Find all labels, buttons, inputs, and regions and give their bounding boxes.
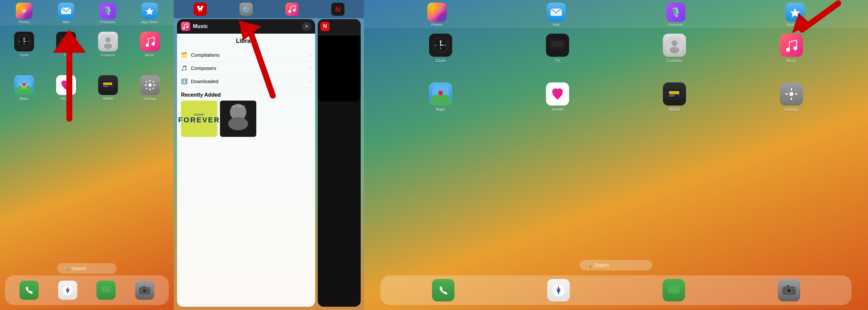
svg-point-104 (793, 288, 795, 289)
dock-safari[interactable] (58, 281, 77, 300)
dock-camera[interactable] (135, 281, 154, 300)
right-app-clock-label: Clock (436, 58, 445, 63)
album-forever[interactable]: SUZUKI FOREVER (181, 101, 217, 137)
app-music[interactable]: Music (130, 32, 170, 57)
right-app-clock[interactable]: 12693 Clock (384, 34, 497, 63)
album-forever-title: FOREVER (178, 116, 220, 124)
library-item-compilations[interactable]: 🗂️ Compilations › (181, 48, 311, 62)
album-sia[interactable]: SIA · THIS IS (220, 101, 256, 137)
svg-rect-27 (111, 85, 113, 88)
right-app-settings[interactable]: Settings (735, 82, 848, 112)
app-settings[interactable]: Settings (130, 75, 170, 101)
right-top-appstore-label: App Store (787, 23, 803, 27)
app-tv[interactable]: 📺 TV (46, 32, 86, 57)
svg-point-72 (440, 44, 441, 46)
right-app-health[interactable]: Health (501, 82, 614, 112)
center-top-music[interactable] (285, 3, 299, 16)
right-dock-safari[interactable] (547, 279, 570, 302)
right-app-tv-label: TV (555, 58, 560, 63)
app-switcher-area: Music ✕ Library 🗂️ Compilations › 🎵 Comp… (177, 19, 361, 307)
app-maps[interactable]: Maps (4, 75, 44, 101)
app-clock[interactable]: 12693 Clock (4, 32, 44, 57)
search-bar-right[interactable]: 🔍 Search (580, 260, 652, 270)
svg-rect-26 (103, 86, 108, 87)
right-top-mail-label: Mail (553, 23, 559, 27)
svg-rect-63 (431, 6, 443, 18)
app-music-label: Music (145, 53, 155, 57)
right-app-maps[interactable]: Maps (384, 82, 497, 112)
right-top-app-appstore[interactable]: App Store (785, 3, 805, 27)
top-app-mail[interactable]: Mail (58, 3, 74, 24)
search-bar-left[interactable]: 🔍 Search (57, 263, 117, 274)
dock-right (380, 275, 851, 305)
library-item-composers[interactable]: 🎵 Composers › (181, 62, 311, 75)
app-wallet[interactable]: Wallet (88, 75, 128, 101)
music-card-title-area: Music (181, 22, 208, 31)
dock-messages[interactable] (96, 281, 116, 300)
svg-point-16 (105, 37, 111, 42)
right-top-photos-label: Photos (431, 23, 442, 27)
top-app-appstore[interactable]: App Store (142, 3, 158, 24)
svg-rect-29 (149, 80, 151, 82)
svg-rect-25 (103, 82, 112, 85)
svg-text:📺: 📺 (64, 39, 68, 43)
app-tv-label: TV (63, 53, 68, 57)
music-app-card[interactable]: Music ✕ Library 🗂️ Compilations › 🎵 Comp… (177, 19, 315, 307)
right-top-app-photos[interactable]: Photos (427, 3, 446, 27)
svg-rect-36 (152, 88, 154, 90)
svg-rect-103 (787, 285, 790, 287)
app-settings-label: Settings (143, 97, 157, 101)
svg-text:3: 3 (445, 44, 446, 46)
music-card-close[interactable]: ✕ (302, 22, 311, 31)
album-grid: SUZUKI FOREVER SIA · THIS IS (181, 101, 311, 137)
right-app-music[interactable]: Music (735, 34, 848, 63)
center-top-settings[interactable]: ⚙️ (240, 3, 253, 16)
right-app-contacts-label: Contacts (666, 58, 682, 63)
svg-point-22 (23, 83, 26, 86)
svg-rect-85 (669, 91, 679, 94)
music-card-header: Music ✕ (177, 19, 315, 34)
right-top-app-podcasts[interactable]: 🎙️ Podcasts (666, 3, 685, 27)
svg-point-18 (146, 43, 149, 47)
right-dock-phone[interactable] (432, 279, 455, 302)
app-contacts[interactable]: Contacts (88, 32, 128, 57)
svg-point-79 (793, 46, 797, 50)
right-dock-messages[interactable] (662, 279, 685, 302)
svg-point-102 (788, 290, 790, 291)
svg-rect-87 (678, 94, 680, 97)
dark-card: N (318, 19, 361, 307)
top-app-appstore-label: App Store (142, 20, 158, 24)
top-app-strip-right: Photos Mail 🎙️ Podcasts App Store (364, 0, 868, 28)
svg-point-28 (148, 83, 152, 87)
netflix-mini-icon: N (320, 22, 330, 31)
right-app-contacts[interactable]: Contacts (618, 34, 731, 63)
svg-point-17 (104, 43, 112, 49)
right-app-tv[interactable]: TV (501, 34, 614, 63)
svg-point-46 (144, 290, 145, 291)
svg-rect-89 (791, 88, 792, 90)
app-clock-label: Clock (20, 53, 29, 57)
top-app-photos[interactable]: Photos (16, 3, 32, 24)
library-item-downloaded-label: Downloaded (191, 78, 218, 84)
top-app-podcasts[interactable]: 🎙️ Podcasts (99, 3, 116, 24)
right-app-wallet[interactable]: Wallet (618, 82, 731, 112)
svg-point-56 (186, 26, 188, 28)
svg-rect-92 (795, 93, 797, 95)
center-top-netflix[interactable]: N (331, 3, 344, 16)
svg-point-78 (786, 48, 790, 52)
right-app-settings-label: Settings (784, 107, 798, 112)
center-top-adobe[interactable] (193, 3, 207, 16)
svg-rect-81 (432, 95, 449, 102)
right-top-app-mail[interactable]: Mail (547, 3, 566, 27)
right-app-maps-label: Maps (436, 107, 445, 112)
right-panel: Photos Mail 🎙️ Podcasts App Store 12693 (364, 0, 868, 310)
library-item-downloaded[interactable]: ⬇️ Downloaded › (181, 75, 311, 88)
library-title: Library (181, 38, 311, 44)
svg-point-52 (293, 9, 296, 11)
dock-phone[interactable] (20, 281, 39, 300)
app-health[interactable]: Health (46, 75, 86, 101)
svg-point-51 (288, 10, 291, 13)
right-dock-camera[interactable] (778, 279, 800, 302)
app-maps-label: Maps (20, 97, 28, 101)
album-forever-brand: SUZUKI (194, 113, 205, 116)
